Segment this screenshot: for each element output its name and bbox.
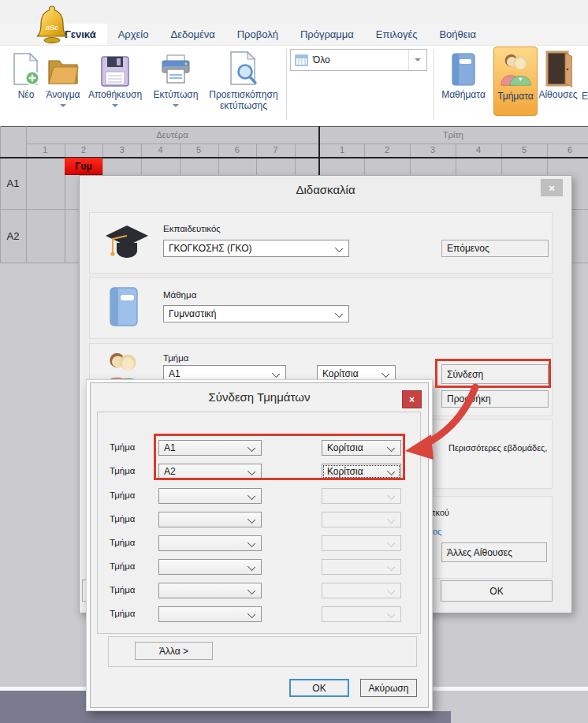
print-button[interactable]: Εκτύπωση	[150, 47, 202, 107]
ribbon-separator	[434, 49, 434, 120]
chevron-down-icon	[387, 587, 395, 594]
period-header: 3	[410, 145, 456, 155]
chevron-down-icon	[387, 563, 395, 571]
print-dropdown-icon[interactable]	[173, 104, 179, 107]
subjects-book-icon	[450, 47, 477, 87]
menu-tab-file[interactable]: Αρχείο	[107, 24, 160, 45]
dialog-title: Σύνδεση Τμημάτων	[87, 390, 432, 404]
day-header-monday: Δευτέρα	[26, 130, 318, 140]
asc-logo-bell-icon[interactable]: aSc	[35, 4, 69, 45]
period-header: 7	[256, 145, 295, 155]
add-button[interactable]: Προσθήκη	[441, 390, 549, 408]
class-select-4[interactable]	[158, 512, 262, 527]
chevron-down-icon	[247, 539, 255, 547]
classes-people-icon	[498, 47, 533, 88]
link-fragment[interactable]: ος	[433, 527, 441, 536]
subjects-label: Μαθήματα	[441, 89, 486, 100]
more-button[interactable]: Άλλα >	[135, 642, 213, 660]
lesson-cell[interactable]: Γυμ	[65, 158, 102, 175]
chevron-down-icon	[387, 516, 395, 524]
period-header: 5	[180, 145, 218, 155]
close-icon[interactable]: ×	[402, 390, 422, 408]
row-label: Τμήμα	[110, 609, 135, 618]
new-button[interactable]: Νέο	[6, 47, 46, 100]
menu-tab-schedule[interactable]: Πρόγραμμα	[289, 24, 365, 45]
period-header: 2	[364, 145, 410, 155]
chevron-down-icon	[247, 587, 255, 594]
rooms-button[interactable]: Αίθουσες	[533, 47, 583, 100]
link-row-5: Τμήμα	[87, 535, 434, 551]
print-preview-button[interactable]: Προεπισκόπηση εκτύπωσης	[202, 47, 285, 111]
period-header: 1	[26, 145, 65, 155]
book-icon	[107, 286, 140, 327]
chevron-down-icon	[387, 610, 395, 618]
other-rooms-button[interactable]: Άλλες Αίθουσες	[441, 542, 547, 562]
ok-button[interactable]: OK	[441, 580, 553, 602]
group-select-4	[322, 512, 401, 527]
rooms-door-icon	[544, 47, 572, 87]
subject-select[interactable]: Γυμναστική	[163, 305, 349, 322]
chevron-down-icon	[247, 563, 255, 571]
save-button[interactable]: Αποθήκευση	[82, 47, 148, 107]
menu-tab-view[interactable]: Προβολή	[226, 24, 289, 45]
teacher-select[interactable]: ΓΚΟΓΚΟΣΗΣ (ΓΚΟ)	[163, 240, 349, 257]
cancel-button[interactable]: Ακύρωση	[360, 679, 417, 697]
period-header: 6	[218, 145, 257, 155]
period-header: 4	[456, 145, 501, 155]
view-selector[interactable]: Όλο	[290, 49, 427, 71]
open-folder-icon	[47, 47, 80, 87]
ok-button[interactable]: OK	[289, 679, 349, 697]
classes-label: Τμήματα	[497, 91, 533, 102]
subjects-button[interactable]: Μαθήματα	[435, 47, 492, 100]
class-select-3[interactable]	[158, 488, 262, 504]
period-header: 6	[547, 145, 588, 155]
menu-tab-data[interactable]: Δεδομένα	[159, 24, 225, 45]
clipped-nav-label[interactable]: Ε	[582, 91, 588, 102]
period-header: 2	[65, 145, 103, 155]
open-dropdown-icon[interactable]	[60, 104, 66, 107]
class-select-6[interactable]	[158, 559, 262, 575]
row-label: Τμήμα	[110, 466, 135, 475]
subject-section: Μάθημα Γυμναστική	[89, 278, 553, 339]
open-button[interactable]: Άνοιγμα	[41, 47, 85, 107]
class-select-8[interactable]	[158, 606, 262, 622]
menu-tab-options[interactable]: Επιλογές	[365, 24, 429, 45]
class-select-7[interactable]	[158, 583, 262, 598]
save-label: Αποθήκευση	[88, 89, 142, 100]
print-label: Εκτύπωση	[154, 89, 199, 100]
class-label: Τμήμα	[163, 353, 188, 363]
highlight-linked-rows	[154, 434, 405, 480]
row-label: Τμήμα	[110, 538, 135, 547]
ribbon-separator	[286, 49, 287, 120]
chevron-down-icon	[415, 58, 421, 61]
new-document-icon	[12, 47, 40, 87]
link-classes-dialog: Σύνδεση Τμημάτων × Τμήμα A1 Κορίτσια Τμή…	[86, 379, 433, 711]
table-view-icon	[295, 54, 308, 66]
classes-button-selected[interactable]: Τμήματα	[493, 47, 538, 116]
open-label: Άνοιγμα	[47, 89, 80, 100]
link-row-4: Τμήμα	[87, 512, 434, 527]
menu-tab-help[interactable]: Βοήθεια	[428, 24, 487, 45]
class-select-5[interactable]	[158, 535, 262, 551]
close-icon[interactable]: ×	[541, 179, 563, 196]
class-row-label-a2: A2	[0, 210, 26, 263]
ribbon: Νέο Άνοιγμα Αποθήκ	[0, 46, 588, 126]
chevron-down-icon	[335, 244, 343, 252]
group-select-5	[322, 535, 401, 551]
link-row-6: Τμήμα	[87, 559, 434, 575]
subject-label: Μάθημα	[163, 290, 196, 300]
more-weeks-label: Περισσότερες εβδομάδες,	[448, 443, 547, 453]
chevron-down-icon	[272, 370, 280, 378]
next-teacher-button[interactable]: Επόμενος	[441, 240, 549, 257]
link-row-7: Τμήμα	[87, 583, 434, 598]
view-selector-dropdown[interactable]	[408, 50, 426, 70]
save-dropdown-icon[interactable]	[112, 104, 118, 107]
day-header-tuesday: Τρίτη	[318, 130, 588, 140]
class-row-label-a1: A1	[0, 158, 26, 209]
group-select-8	[322, 606, 401, 622]
asc-logo-text: aSc	[46, 24, 58, 32]
group-select-7	[322, 583, 401, 598]
grid-line	[26, 143, 588, 144]
teacher-section: Εκπαιδευτικός ΓΚΟΓΚΟΣΗΣ (ΓΚΟ) Επόμενος	[89, 212, 553, 274]
group-select-3	[322, 488, 401, 504]
